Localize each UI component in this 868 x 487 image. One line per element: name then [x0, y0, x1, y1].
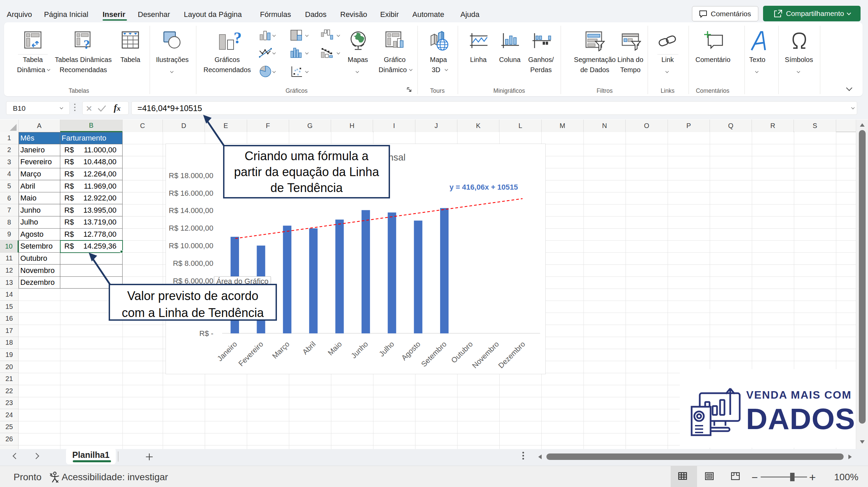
svg-text:Setembro: Setembro	[419, 340, 448, 368]
svg-text:Outubro: Outubro	[450, 340, 475, 365]
svg-text:R$ 16.000,00: R$ 16.000,00	[169, 189, 214, 197]
svg-text:?: ?	[84, 37, 90, 51]
svg-text:y = 416,06x + 10515: y = 416,06x + 10515	[450, 183, 518, 191]
svg-text:Maio: Maio	[326, 340, 343, 357]
svg-text:Agosto: Agosto	[400, 340, 422, 362]
svg-text:Março: Março	[270, 340, 291, 360]
svg-text:Janeiro: Janeiro	[216, 340, 239, 363]
svg-text:R$ 18.000,00: R$ 18.000,00	[169, 171, 214, 180]
svg-text:R$ 8.000,00: R$ 8.000,00	[173, 259, 213, 268]
svg-text:R$ -: R$ -	[199, 329, 213, 338]
svg-text:Novembro: Novembro	[471, 340, 501, 370]
svg-text:Junho: Junho	[349, 340, 370, 360]
svg-text:Julho: Julho	[377, 340, 396, 358]
svg-text:R$ 12.000,00: R$ 12.000,00	[169, 224, 214, 232]
svg-text:?: ?	[234, 31, 242, 47]
svg-text:Dezembro: Dezembro	[497, 340, 527, 370]
svg-text:DADOS: DADOS	[746, 402, 855, 436]
svg-text:R$ 14.000,00: R$ 14.000,00	[169, 206, 214, 215]
svg-text:Fevereiro: Fevereiro	[237, 340, 265, 368]
svg-text:R$ 10.000,00: R$ 10.000,00	[169, 241, 214, 250]
svg-text:Abril: Abril	[301, 340, 317, 356]
svg-text:VENDA MAIS COM: VENDA MAIS COM	[746, 389, 851, 401]
